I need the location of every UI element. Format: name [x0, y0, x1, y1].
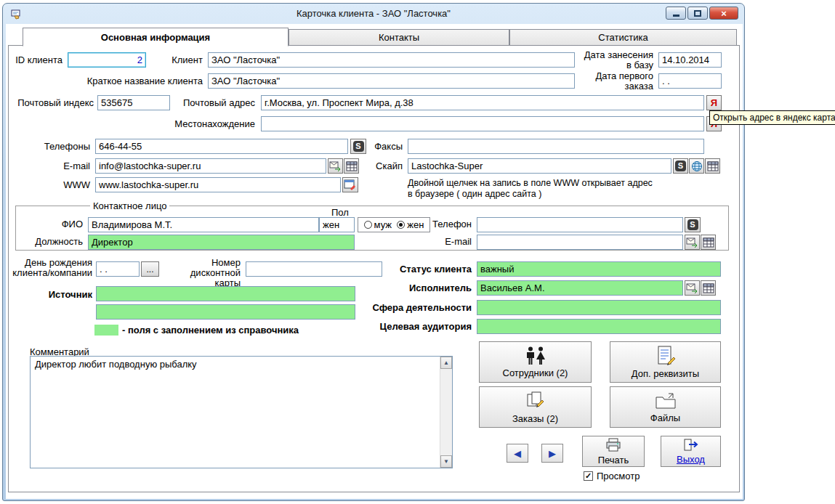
- minimize-button[interactable]: [666, 7, 686, 20]
- down-arrow-icon: ▼: [443, 458, 449, 465]
- grid-icon: [703, 283, 714, 293]
- exit-button-label: Выход: [677, 454, 705, 465]
- next-record-button[interactable]: ▶: [541, 444, 563, 463]
- comment-scrollbar[interactable]: ▲ ▼: [440, 357, 452, 468]
- skype-label: Скайп: [368, 161, 403, 171]
- maximize-icon: [694, 10, 701, 17]
- contact-group-title: Контактное лицо: [90, 200, 169, 211]
- grid-icon: [703, 237, 714, 248]
- app-window: Карточка клиента - ЗАО "Ласточка" × Осно…: [2, 3, 745, 501]
- prev-record-button[interactable]: ◀: [507, 444, 528, 463]
- radio-selected-icon: [397, 221, 405, 229]
- skype-directory-button[interactable]: [705, 158, 720, 174]
- tab-stats[interactable]: Статистика: [509, 29, 737, 46]
- source-input-2[interactable]: [96, 304, 355, 320]
- client-name-input[interactable]: [208, 52, 575, 68]
- scroll-up-button[interactable]: ▲: [440, 357, 452, 369]
- skype-input[interactable]: [408, 158, 671, 174]
- employees-button[interactable]: Сотрудники (2): [479, 341, 592, 383]
- dictionary-field-swatch: [94, 325, 118, 336]
- client-id-input[interactable]: [68, 52, 146, 68]
- grid-icon: [346, 161, 358, 171]
- gender-radio-group: муж жен: [358, 217, 430, 232]
- discount-card-input[interactable]: [246, 261, 382, 277]
- executor-input[interactable]: [477, 280, 683, 296]
- audience-input[interactable]: [477, 319, 721, 334]
- requisites-button[interactable]: Доп. реквизиты: [610, 341, 721, 383]
- source-label: Источник: [28, 290, 92, 300]
- fio-input[interactable]: [88, 217, 319, 232]
- gender-radio-female[interactable]: жен: [397, 219, 424, 230]
- exit-button[interactable]: Выход: [661, 436, 721, 467]
- executor-directory-button[interactable]: [701, 280, 716, 296]
- orders-button[interactable]: Заказы (2): [479, 386, 592, 428]
- orders-button-label: Заказы (2): [512, 413, 558, 424]
- skype-icon: S: [353, 141, 364, 152]
- orders-icon: [525, 391, 546, 411]
- print-button[interactable]: Печать: [582, 436, 645, 467]
- first-order-input[interactable]: [658, 73, 722, 89]
- sphere-input[interactable]: [477, 300, 721, 315]
- skype-icon: S: [687, 219, 698, 230]
- address-label: Почтовый адрес: [179, 98, 255, 108]
- executor-card-button[interactable]: [685, 280, 700, 296]
- files-button-label: Файлы: [650, 412, 680, 423]
- location-label: Местонахождение: [169, 119, 255, 129]
- contact-email-input[interactable]: [477, 235, 683, 250]
- mail-send-icon: [686, 283, 698, 293]
- tab-main[interactable]: Основная информация: [23, 28, 289, 46]
- tab-contacts[interactable]: Контакты: [289, 29, 509, 46]
- comment-text[interactable]: Директор любит подводную рыбалку: [31, 357, 440, 468]
- faxes-label: Факсы: [368, 142, 403, 152]
- prev-icon: ◀: [514, 448, 521, 459]
- www-input[interactable]: [95, 177, 341, 192]
- faxes-input[interactable]: [408, 139, 704, 154]
- address-input[interactable]: [261, 95, 704, 110]
- people-icon: [523, 346, 548, 365]
- birthday-input[interactable]: [96, 261, 140, 277]
- scroll-down-button[interactable]: ▼: [440, 455, 452, 468]
- status-input[interactable]: [477, 261, 721, 277]
- phones-skype-call-button[interactable]: S: [350, 139, 366, 154]
- zip-input[interactable]: [97, 95, 170, 110]
- contact-email-directory-button[interactable]: [701, 235, 716, 250]
- email-input[interactable]: [95, 158, 326, 174]
- phones-input[interactable]: [95, 139, 348, 154]
- mail-send-icon: [329, 160, 342, 171]
- comment-box[interactable]: Директор любит подводную рыбалку ▲ ▼: [30, 356, 453, 468]
- skype-web-button[interactable]: [689, 158, 704, 174]
- email-send-button[interactable]: [328, 158, 343, 174]
- globe-icon: [691, 160, 703, 172]
- contact-phone-input[interactable]: [477, 217, 683, 232]
- position-input[interactable]: [88, 235, 355, 250]
- www-label: WWW: [39, 180, 90, 190]
- close-button[interactable]: ×: [709, 7, 738, 20]
- preview-checkbox[interactable]: ✓ Просмотр: [584, 471, 640, 481]
- source-input-1[interactable]: [96, 286, 355, 301]
- grid-icon: [707, 161, 719, 171]
- audience-label: Целевая аудитория: [347, 322, 472, 332]
- print-button-label: Печать: [598, 455, 629, 466]
- gender-value-field[interactable]: [319, 217, 355, 232]
- email-directory-button[interactable]: [344, 158, 359, 174]
- contact-skype-call-button[interactable]: S: [685, 217, 701, 232]
- location-input[interactable]: [261, 116, 704, 131]
- skype-call-button[interactable]: S: [673, 158, 688, 174]
- titlebar[interactable]: Карточка клиента - ЗАО "Ласточка" ×: [3, 4, 744, 24]
- printer-icon: [605, 438, 621, 452]
- birthday-browse-button[interactable]: ...: [141, 261, 159, 277]
- open-in-browser-button[interactable]: [342, 177, 358, 192]
- gender-radio-male[interactable]: муж: [364, 219, 392, 230]
- status-label: Статус клиента: [391, 264, 472, 275]
- date-added-input[interactable]: [658, 52, 722, 68]
- contact-phone-label: Телефон: [431, 219, 472, 229]
- yandex-map-button[interactable]: Я: [706, 95, 722, 110]
- contact-email-send-button[interactable]: [685, 235, 700, 250]
- window-controls: ×: [666, 7, 738, 20]
- files-button[interactable]: Файлы: [610, 386, 721, 428]
- contact-email-label: E-mail: [431, 237, 472, 247]
- gender-female-label: жен: [407, 219, 424, 230]
- short-name-input[interactable]: [208, 73, 575, 89]
- maximize-button[interactable]: [687, 7, 708, 20]
- first-order-label: Дата первого заказа: [573, 71, 653, 92]
